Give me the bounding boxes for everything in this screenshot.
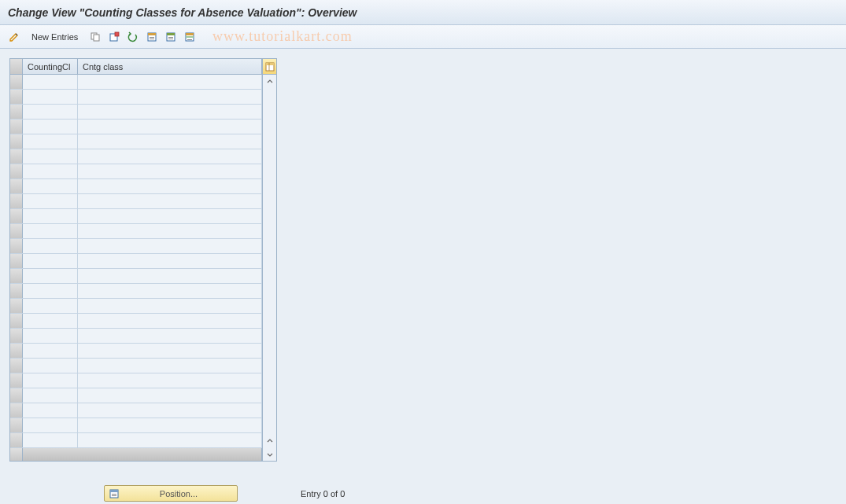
cell-countingcl[interactable]	[23, 433, 78, 447]
deselect-all-button[interactable]	[182, 29, 198, 45]
cell-countingcl[interactable]	[23, 254, 78, 268]
undo-icon	[127, 31, 139, 42]
cell-countingcl[interactable]	[23, 314, 78, 328]
cell-countingcl[interactable]	[23, 134, 78, 149]
cell-cntg-class[interactable]	[78, 134, 262, 149]
copy-button[interactable]	[87, 29, 103, 45]
row-selector[interactable]	[10, 209, 23, 223]
cell-countingcl[interactable]	[23, 359, 78, 373]
row-selector[interactable]	[10, 239, 23, 253]
row-selector[interactable]	[10, 179, 23, 193]
row-selector[interactable]	[10, 149, 23, 164]
cell-countingcl[interactable]	[23, 329, 78, 343]
cell-cntg-class[interactable]	[78, 299, 262, 313]
cell-countingcl[interactable]	[23, 284, 78, 298]
table-row	[10, 239, 262, 254]
row-selector[interactable]	[10, 75, 23, 89]
cell-countingcl[interactable]	[23, 209, 78, 223]
table-row	[10, 209, 262, 224]
bottom-selector[interactable]	[10, 448, 23, 461]
column-header-cntg-class[interactable]: Cntg class	[78, 59, 262, 74]
table-settings-button[interactable]	[263, 59, 276, 75]
cell-countingcl[interactable]	[23, 239, 78, 253]
row-selector[interactable]	[10, 194, 23, 208]
cell-cntg-class[interactable]	[78, 224, 262, 238]
cell-cntg-class[interactable]	[78, 164, 262, 178]
cell-countingcl[interactable]	[23, 299, 78, 313]
position-button[interactable]: Position...	[104, 485, 238, 502]
cell-countingcl[interactable]	[23, 90, 78, 104]
row-selector[interactable]	[10, 329, 23, 343]
delete-button[interactable]	[106, 29, 122, 45]
cell-countingcl[interactable]	[23, 105, 78, 119]
cell-countingcl[interactable]	[23, 373, 78, 388]
scroll-up-button[interactable]	[263, 75, 276, 88]
cell-countingcl[interactable]	[23, 179, 78, 193]
row-selector[interactable]	[10, 134, 23, 149]
cell-cntg-class[interactable]	[78, 194, 262, 208]
cell-cntg-class[interactable]	[78, 239, 262, 253]
row-selector[interactable]	[10, 254, 23, 268]
row-selector[interactable]	[10, 388, 23, 403]
row-selector[interactable]	[10, 433, 23, 447]
cell-cntg-class[interactable]	[78, 105, 262, 119]
cell-cntg-class[interactable]	[78, 120, 262, 134]
header-selector[interactable]	[10, 59, 23, 74]
row-selector[interactable]	[10, 418, 23, 432]
cell-cntg-class[interactable]	[78, 149, 262, 164]
cell-cntg-class[interactable]	[78, 388, 262, 403]
column-header-countingcl[interactable]: CountingCl	[23, 59, 78, 74]
row-selector[interactable]	[10, 224, 23, 238]
select-block-button[interactable]	[163, 29, 179, 45]
vscroll-track[interactable]	[263, 88, 276, 434]
cell-cntg-class[interactable]	[78, 179, 262, 193]
cell-cntg-class[interactable]	[78, 403, 262, 418]
select-all-button[interactable]	[144, 29, 160, 45]
cell-cntg-class[interactable]	[78, 418, 262, 432]
cell-cntg-class[interactable]	[78, 359, 262, 373]
cell-countingcl[interactable]	[23, 120, 78, 134]
cell-countingcl[interactable]	[23, 344, 78, 358]
cell-cntg-class[interactable]	[78, 314, 262, 328]
cell-countingcl[interactable]	[23, 164, 78, 178]
row-selector[interactable]	[10, 344, 23, 358]
cell-countingcl[interactable]	[23, 403, 78, 418]
cell-cntg-class[interactable]	[78, 269, 262, 283]
row-selector[interactable]	[10, 373, 23, 388]
row-selector[interactable]	[10, 105, 23, 119]
cell-cntg-class[interactable]	[78, 329, 262, 343]
cell-countingcl[interactable]	[23, 388, 78, 403]
table-row	[10, 403, 262, 418]
cell-countingcl[interactable]	[23, 269, 78, 283]
row-selector[interactable]	[10, 90, 23, 104]
cell-cntg-class[interactable]	[78, 75, 262, 89]
undo-button[interactable]	[125, 29, 141, 45]
row-selector[interactable]	[10, 359, 23, 373]
scroll-page-up-button[interactable]	[263, 434, 276, 447]
cell-cntg-class[interactable]	[78, 373, 262, 388]
cell-cntg-class[interactable]	[78, 209, 262, 223]
cell-cntg-class[interactable]	[78, 433, 262, 447]
cell-countingcl[interactable]	[23, 418, 78, 432]
cell-cntg-class[interactable]	[78, 254, 262, 268]
cell-cntg-class[interactable]	[78, 284, 262, 298]
cell-cntg-class[interactable]	[78, 344, 262, 358]
cell-countingcl[interactable]	[23, 75, 78, 89]
row-selector[interactable]	[10, 284, 23, 298]
row-selector[interactable]	[10, 299, 23, 313]
hscroll-track[interactable]	[23, 448, 262, 461]
cell-cntg-class[interactable]	[78, 90, 262, 104]
cell-countingcl[interactable]	[23, 149, 78, 164]
toggle-change-button[interactable]	[6, 29, 22, 45]
new-entries-button[interactable]: New Entries	[27, 31, 83, 43]
row-selector[interactable]	[10, 269, 23, 283]
row-selector[interactable]	[10, 120, 23, 134]
row-selector[interactable]	[10, 164, 23, 178]
row-selector[interactable]	[10, 403, 23, 418]
cell-countingcl[interactable]	[23, 194, 78, 208]
cell-countingcl[interactable]	[23, 224, 78, 238]
table-main: CountingCl Cntg class	[10, 59, 262, 461]
pencil-icon	[9, 31, 20, 42]
scroll-down-button[interactable]	[263, 447, 276, 461]
row-selector[interactable]	[10, 314, 23, 328]
